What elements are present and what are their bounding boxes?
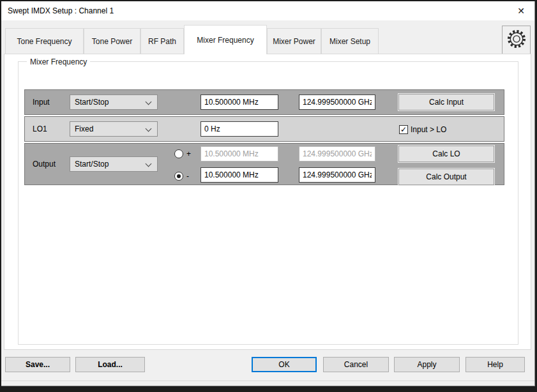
- output-plus-stop-field: [299, 146, 375, 162]
- titlebar: Swept IMDX Setup : Channel 1 ✕: [1, 1, 534, 20]
- close-icon[interactable]: ✕: [510, 1, 532, 20]
- output-minus-stop-field[interactable]: [299, 167, 375, 183]
- tab-mixer-power[interactable]: Mixer Power: [267, 28, 321, 54]
- load-button[interactable]: Load...: [75, 357, 145, 372]
- footer-divider: [1, 381, 534, 381]
- input-sweep-type-value: Start/Stop: [75, 98, 109, 107]
- radio-unselected-icon[interactable]: [174, 149, 183, 158]
- calc-lo-button[interactable]: Calc LO: [398, 146, 494, 162]
- output-sweep-type-value: Start/Stop: [75, 160, 109, 169]
- calc-input-button[interactable]: Calc Input: [398, 94, 494, 110]
- output-plus-start-field: [200, 146, 278, 162]
- input-stop-field[interactable]: [299, 94, 375, 110]
- output-sweep-type-dropdown[interactable]: Start/Stop: [70, 156, 158, 172]
- output-minus-label: -: [186, 172, 189, 181]
- chevron-down-icon: [146, 126, 152, 132]
- radio-selected-icon[interactable]: [174, 172, 183, 181]
- input-label: Input: [33, 98, 50, 107]
- input-gt-lo-label: Input > LO: [411, 125, 446, 134]
- lo1-label: LO1: [33, 124, 47, 133]
- cancel-button[interactable]: Cancel: [323, 357, 389, 372]
- tab-mixer-setup[interactable]: Mixer Setup: [321, 28, 379, 54]
- groupbox-title: Mixer Frequency: [27, 57, 90, 66]
- calc-output-button[interactable]: Calc Output: [398, 169, 494, 185]
- output-plus-radio-group[interactable]: +: [174, 149, 191, 158]
- tab-mixer-frequency[interactable]: Mixer Frequency: [184, 25, 267, 54]
- lo1-sweep-type-dropdown[interactable]: Fixed: [70, 121, 158, 137]
- help-button[interactable]: Help: [465, 357, 525, 372]
- chevron-down-icon: [146, 161, 152, 167]
- settings-button[interactable]: [502, 26, 531, 54]
- tab-tone-power[interactable]: Tone Power: [84, 28, 140, 54]
- input-start-field[interactable]: [200, 94, 278, 110]
- tab-rf-path[interactable]: RF Path: [140, 28, 184, 54]
- lo1-sweep-type-value: Fixed: [75, 124, 93, 133]
- lo1-row: LO1 Fixed ✓ Input > LO: [24, 116, 504, 142]
- chevron-down-icon: [146, 99, 152, 105]
- save-button[interactable]: Save...: [5, 357, 70, 372]
- input-sweep-type-dropdown[interactable]: Start/Stop: [70, 94, 158, 110]
- gear-icon: [506, 28, 527, 52]
- output-plus-label: +: [186, 149, 191, 158]
- output-label: Output: [33, 160, 56, 169]
- output-row: Output Start/Stop + - Calc LO Calc Outpu…: [24, 143, 504, 185]
- tab-tone-frequency[interactable]: Tone Frequency: [5, 28, 84, 54]
- ok-button[interactable]: OK: [252, 357, 317, 372]
- output-minus-radio-group[interactable]: -: [174, 172, 189, 181]
- input-gt-lo-checkbox-group[interactable]: ✓ Input > LO: [399, 125, 446, 134]
- apply-button[interactable]: Apply: [394, 357, 460, 372]
- input-row: Input Start/Stop Calc Input: [24, 89, 504, 115]
- checkbox-checked-icon[interactable]: ✓: [399, 125, 408, 134]
- swept-imdx-setup-dialog: Swept IMDX Setup : Channel 1 ✕ Tone Freq…: [1, 1, 535, 386]
- output-minus-start-field[interactable]: [200, 167, 278, 183]
- window-title: Swept IMDX Setup : Channel 1: [8, 1, 114, 20]
- lo1-value-field[interactable]: [200, 121, 278, 137]
